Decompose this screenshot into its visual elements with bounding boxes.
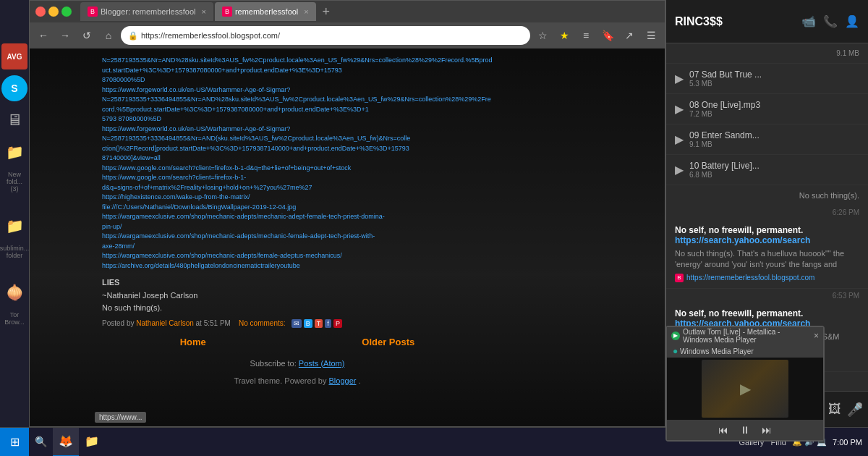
link-8[interactable]: https://highexistence.com/wake-up-from-t… bbox=[102, 193, 493, 203]
chat-source-url-1[interactable]: https://rememeberlessfool.blogspot.com bbox=[686, 274, 814, 282]
link-6[interactable]: https://www.google.com/search?client=fir… bbox=[102, 164, 493, 174]
new-folder-icon[interactable]: 📁 bbox=[1, 139, 27, 165]
post-time: at 5:51 PM bbox=[196, 319, 231, 327]
twitter-share[interactable]: T bbox=[315, 319, 323, 328]
track-name-07: 07 Sad But True ... bbox=[689, 69, 859, 80]
pinterest-share[interactable]: P bbox=[333, 319, 342, 328]
share-icon[interactable]: ↗ bbox=[620, 26, 639, 45]
skype-icon[interactable]: S bbox=[1, 75, 27, 101]
footer-blogger-link[interactable]: Blogger bbox=[329, 376, 357, 385]
blog-footer: Travel theme. Powered by Blogger . bbox=[102, 371, 493, 391]
prev-button[interactable]: ⏮ bbox=[718, 424, 728, 436]
wmp-close-button[interactable]: × bbox=[814, 331, 819, 341]
pause-button[interactable]: ⏸ bbox=[740, 424, 750, 436]
maximize-button[interactable] bbox=[61, 7, 72, 17]
older-posts-link[interactable]: Older Posts bbox=[362, 337, 414, 347]
lock-icon: 🔒 bbox=[128, 31, 138, 41]
wmp-favicon: ▶ bbox=[671, 332, 680, 340]
blog-background: N=2587193535&Nr=AND%28sku.siteId%3AUS_fw… bbox=[30, 48, 665, 426]
wmp-video-area: ▶ bbox=[667, 358, 823, 420]
profile-icon[interactable]: 👤 bbox=[845, 14, 859, 28]
phone-icon[interactable]: 📞 bbox=[823, 14, 838, 28]
tor-browser-label: Tor Brow... bbox=[0, 311, 29, 326]
video-call-icon[interactable]: 📹 bbox=[801, 14, 816, 28]
next-button[interactable]: ⏭ bbox=[762, 424, 772, 436]
playlist-item-08[interactable]: ▶ 08 One [Live].mp3 7.2 MB bbox=[666, 94, 868, 124]
link-12[interactable]: https://wargameexclusive.com/shop/mechan… bbox=[102, 251, 493, 261]
blog-this[interactable]: B bbox=[304, 319, 312, 328]
taskbar-search[interactable]: 🔍 bbox=[29, 428, 53, 457]
image-icon[interactable]: 🖼 bbox=[828, 402, 841, 417]
taskbar-explorer[interactable]: 📁 bbox=[79, 428, 105, 457]
desktop-shortcut-icon[interactable]: 🖥 bbox=[1, 107, 27, 133]
close-button[interactable] bbox=[35, 7, 46, 17]
chat-title-text-2: No self, no freewill, permanent. bbox=[675, 308, 803, 318]
play-icon-09: ▶ bbox=[675, 132, 684, 146]
link-13[interactable]: https://archive.org/details/480phellgate… bbox=[102, 261, 493, 271]
play-icon-10: ▶ bbox=[675, 163, 684, 177]
new-tab-button[interactable]: + bbox=[318, 3, 335, 20]
playlist-item-10[interactable]: ▶ 10 Battery [Live]... 6.8 MB bbox=[666, 155, 868, 185]
facebook-share[interactable]: f bbox=[325, 319, 331, 328]
link-3[interactable]: N=2587193535+3336494855&Nr=AND%28sku.sit… bbox=[102, 95, 493, 124]
browser-titlebar: B Blogger: rememberlessfool × B remember… bbox=[30, 1, 665, 22]
author-link[interactable]: Nathaniel Carlson bbox=[136, 319, 194, 327]
playlist-item-09[interactable]: ▶ 09 Enter Sandm... 9.1 MB bbox=[666, 124, 868, 155]
blogger-favicon: B bbox=[88, 7, 98, 17]
bookmark-list-icon[interactable]: ☆ bbox=[533, 26, 552, 45]
home-nav-link[interactable]: Home bbox=[180, 337, 206, 347]
header-icons: 📹 📞 👤 bbox=[801, 14, 859, 28]
share-icons: ✉ B T f P bbox=[292, 319, 342, 328]
chat-url-1[interactable]: https://search.yahoo.com/search bbox=[675, 235, 810, 245]
link-2[interactable]: https://www.forgeworld.co.uk/en-US/Warha… bbox=[102, 85, 493, 96]
tab-close-button[interactable]: × bbox=[201, 7, 205, 16]
comments-link[interactable]: No comments: bbox=[239, 319, 285, 327]
tab-close-button-2[interactable]: × bbox=[304, 7, 308, 16]
link-10[interactable]: https://wargameexclusive.com/shop/mechan… bbox=[102, 212, 493, 232]
track-size-10: 6.8 MB bbox=[689, 171, 859, 179]
tab-label-2: rememberlessfool bbox=[235, 7, 298, 16]
home-button[interactable]: ⌂ bbox=[99, 26, 118, 45]
tab-blogger[interactable]: B Blogger: rememberlessfool × bbox=[80, 2, 213, 21]
mic-icon[interactable]: 🎤 bbox=[847, 402, 863, 418]
menu-icon[interactable]: ☰ bbox=[642, 26, 660, 45]
bookmark-star-icon[interactable]: ★ bbox=[555, 26, 574, 45]
tor-browser-icon[interactable]: 🧅 bbox=[1, 279, 27, 305]
wmp-titlebar: ▶ Outlaw Torn [Live] - Metallica - Windo… bbox=[667, 327, 823, 345]
playlist-item-07[interactable]: ▶ 07 Sad But True ... 5.3 MB bbox=[666, 64, 868, 94]
link-11[interactable]: https://wargameexclusive.com/shop/mechan… bbox=[102, 232, 493, 251]
wmp-thumbnail: ▶ bbox=[702, 360, 788, 418]
tab-rememberlessfool[interactable]: B rememberlessfool × bbox=[215, 2, 316, 21]
email-share[interactable]: ✉ bbox=[292, 319, 302, 328]
browser-toolbar: ← → ↺ ⌂ 🔒 https://rememberlessfool.blogs… bbox=[30, 22, 665, 48]
back-button[interactable]: ← bbox=[34, 26, 53, 45]
subscribe-link[interactable]: Posts (Atom) bbox=[299, 359, 345, 368]
avg-icon[interactable]: AVG bbox=[1, 43, 27, 69]
chat-title-1: No self, no freewill, permanent. https:/… bbox=[675, 225, 859, 245]
link-4[interactable]: https://www.forgeworld.co.uk/en-US/Warha… bbox=[102, 124, 493, 135]
taskbar-firefox[interactable]: 🦊 bbox=[53, 428, 79, 457]
link-9[interactable]: file:///C:/Users/Nathaniel/Downloads/Bin… bbox=[102, 203, 493, 213]
link-5[interactable]: N=2587193535+3336494855&Nr=AND(sku.siteI… bbox=[102, 134, 493, 164]
pocket-icon[interactable]: 🔖 bbox=[598, 26, 617, 45]
track-size-09: 9.1 MB bbox=[689, 140, 859, 148]
read-view-icon[interactable]: ≡ bbox=[576, 26, 595, 45]
minimize-button[interactable] bbox=[48, 7, 59, 17]
track-size-08: 7.2 MB bbox=[689, 110, 859, 118]
blog-navigation: Home Older Posts bbox=[102, 328, 493, 356]
wmp-controls: ⏮ ⏸ ⏭ bbox=[667, 420, 823, 440]
link-1[interactable]: N=2587193535&Nr=AND%28sku.siteId%3AUS_fw… bbox=[102, 56, 493, 85]
chat-source-1: B https://rememeberlessfool.blogspot.com bbox=[675, 274, 859, 282]
blog-meta: Posted by Nathaniel Carlson at 5:51 PM N… bbox=[102, 319, 493, 328]
link-7[interactable]: https://www.google.com/search?client=fir… bbox=[102, 173, 493, 193]
track-name-09: 09 Enter Sandm... bbox=[689, 130, 859, 140]
new-folder-label: New fold...(3) bbox=[0, 171, 29, 193]
footer-text: Travel theme. Powered by bbox=[234, 376, 326, 385]
section-title: LIES bbox=[102, 276, 493, 290]
blog-text: LIES ~Nathaniel Joseph Carlson No such t… bbox=[102, 276, 493, 315]
forward-button[interactable]: → bbox=[56, 26, 75, 45]
reload-button[interactable]: ↺ bbox=[77, 26, 96, 45]
url-bar[interactable]: 🔒 https://rememberlessfool.blogspot.com/ bbox=[121, 26, 530, 45]
start-button[interactable]: ⊞ bbox=[0, 428, 29, 457]
subliminal-folder-icon[interactable]: 📁 bbox=[1, 213, 27, 239]
